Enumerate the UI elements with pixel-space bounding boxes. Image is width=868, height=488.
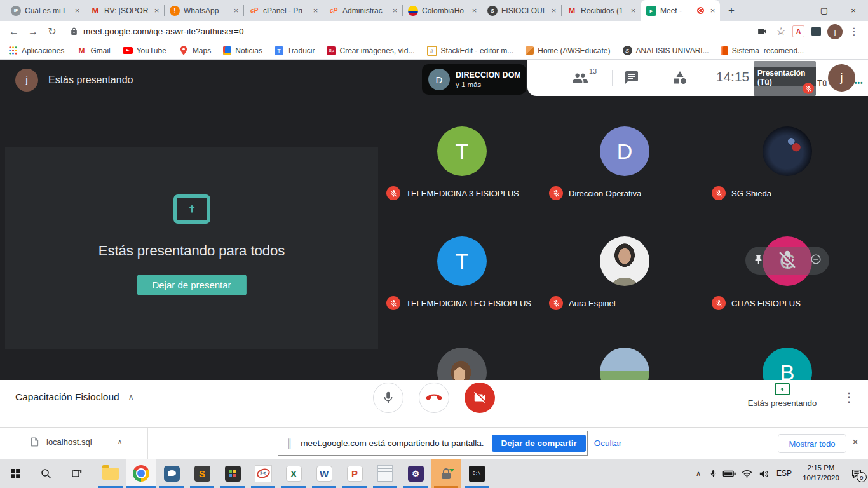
- hang-up-button[interactable]: [419, 383, 449, 413]
- bookmark-gmail[interactable]: M Gmail: [76, 46, 110, 56]
- language-indicator[interactable]: ESP: [773, 459, 796, 488]
- tab-close-icon[interactable]: ×: [390, 6, 400, 15]
- snipping-tool-taskbar-icon[interactable]: ✂: [248, 459, 278, 488]
- file-explorer-taskbar-icon[interactable]: [95, 459, 126, 488]
- forward-button[interactable]: →: [25, 26, 41, 37]
- mic-button[interactable]: [373, 383, 403, 413]
- stop-sharing-button[interactable]: Dejar de compartir: [492, 435, 585, 452]
- tab-cpanel[interactable]: cP cPanel - Pri ×: [243, 0, 323, 21]
- filezilla-taskbar-icon[interactable]: [431, 459, 461, 488]
- bookmark-noticias[interactable]: Noticias: [223, 46, 262, 55]
- tab-close-icon[interactable]: ×: [72, 6, 82, 15]
- tab-recibidos[interactable]: M Recibidos (1 ×: [561, 0, 641, 21]
- tab-close-icon[interactable]: ×: [628, 6, 638, 15]
- word-taskbar-icon[interactable]: W: [309, 459, 339, 488]
- presentation-thumbnail[interactable]: Presentación (Tú): [754, 61, 816, 96]
- self-avatar[interactable]: j: [828, 64, 855, 92]
- reload-button[interactable]: ↻: [44, 25, 60, 37]
- youtube-icon: [123, 47, 133, 54]
- tray-volume-icon[interactable]: [755, 459, 773, 488]
- tab-close-icon[interactable]: ×: [152, 6, 161, 15]
- tab-close-icon[interactable]: ×: [311, 6, 320, 15]
- tray-mic-icon[interactable]: [705, 459, 721, 488]
- excel-taskbar-icon[interactable]: X: [278, 459, 309, 488]
- tab-fisiocloud[interactable]: S FISIOCLOUD ×: [482, 0, 561, 21]
- tab-camera-indicator-icon[interactable]: [754, 24, 770, 39]
- meeting-clock: 14:15: [710, 69, 755, 85]
- cmd-taskbar-icon[interactable]: C:\: [461, 459, 492, 488]
- restore-button[interactable]: ▢: [810, 0, 839, 21]
- presenting-message: Estás presentando para todos: [5, 243, 378, 259]
- tab-administrac[interactable]: cP Administrac ×: [323, 0, 402, 21]
- divider: [658, 70, 658, 86]
- tab-close-icon[interactable]: ×: [231, 6, 241, 15]
- minimize-button[interactable]: –: [780, 0, 810, 21]
- bookmark-stackedit[interactable]: # StackEdit - editor m...: [427, 46, 514, 56]
- download-menu-chevron-icon[interactable]: ∧: [118, 438, 123, 446]
- bookmark-maps[interactable]: Maps: [179, 46, 211, 56]
- tab-close-icon[interactable]: ×: [549, 6, 559, 15]
- bookmark-traducir[interactable]: T Traducir: [275, 46, 315, 55]
- divider: [703, 70, 703, 86]
- bookmark-analisis[interactable]: S ANALISIS UNIVARI...: [623, 46, 709, 55]
- sublime-taskbar-icon[interactable]: S: [187, 459, 217, 488]
- back-button[interactable]: ←: [6, 26, 22, 37]
- address-bar[interactable]: meet.google.com/iqe-aswr-ife?authuser=0: [64, 27, 750, 36]
- activities-button[interactable]: [672, 70, 688, 88]
- tab-rv-sopor[interactable]: M RV: [SOPOR ×: [85, 0, 164, 21]
- task-view-button[interactable]: [61, 459, 92, 488]
- scissors-icon: ✂: [255, 465, 272, 482]
- tray-wifi-icon[interactable]: [738, 459, 755, 488]
- tray-battery-icon[interactable]: [721, 459, 738, 488]
- pdf-extension-icon[interactable]: A: [792, 25, 804, 37]
- powerpoint-taskbar-icon[interactable]: P: [339, 459, 370, 488]
- remove-participant-icon[interactable]: [810, 254, 822, 268]
- bookmark-youtube[interactable]: YouTube: [123, 46, 166, 55]
- tab-label: RV: [SOPOR: [104, 6, 148, 15]
- extension-icon[interactable]: [808, 24, 824, 39]
- tab-close-icon[interactable]: ×: [708, 6, 717, 15]
- new-tab-button[interactable]: +: [722, 2, 740, 20]
- participants-button[interactable]: [572, 70, 588, 89]
- tab-cual-es-mi-ip[interactable]: IP Cuál es mi I ×: [5, 0, 85, 21]
- search-button[interactable]: [31, 459, 61, 488]
- meet-favicon: ▸: [646, 6, 656, 16]
- show-all-downloads-button[interactable]: Mostrar todo: [778, 434, 846, 453]
- clock[interactable]: 2:15 PM 10/17/2020: [796, 459, 846, 488]
- divider: [147, 428, 148, 459]
- chrome-taskbar-icon[interactable]: [126, 459, 156, 488]
- tab-label: ColombiaHo: [422, 6, 466, 15]
- mute-participant-icon[interactable]: [776, 249, 798, 273]
- action-center-icon[interactable]: 9: [846, 459, 867, 488]
- mobaxterm-taskbar-icon[interactable]: [217, 459, 248, 488]
- bookmark-star-icon[interactable]: ☆: [773, 24, 789, 39]
- tray-expand-icon[interactable]: ∧: [691, 459, 705, 488]
- chat-button[interactable]: [624, 70, 639, 88]
- eclipse-taskbar-icon[interactable]: ⚙: [400, 459, 431, 488]
- bookmark-sistema[interactable]: Sistema_recomend...: [721, 46, 804, 55]
- hide-banner-link[interactable]: Ocultar: [594, 438, 622, 448]
- tab-colombia[interactable]: ColombiaHo ×: [402, 0, 482, 21]
- browser-menu-icon[interactable]: ⋮: [846, 24, 862, 39]
- pgadmin-taskbar-icon[interactable]: [156, 459, 187, 488]
- tab-meet-active[interactable]: ▸ Meet - ×: [641, 0, 720, 21]
- notepad-taskbar-icon[interactable]: [370, 459, 400, 488]
- camera-off-button[interactable]: [465, 383, 495, 413]
- bookmark-aplicaciones[interactable]: Aplicaciones: [8, 46, 64, 56]
- start-button[interactable]: [0, 459, 31, 488]
- presenting-status[interactable]: Estás presentando: [735, 383, 830, 408]
- tab-whatsapp[interactable]: ! WhatsApp ×: [164, 0, 243, 21]
- close-shelf-icon[interactable]: ×: [852, 436, 858, 449]
- bookmark-spark[interactable]: Sp Crear imágenes, víd...: [327, 46, 414, 55]
- close-window-button[interactable]: ×: [839, 0, 868, 21]
- pinned-participant-pill[interactable]: D DIRECCION DOMICI... y 1 más: [422, 64, 526, 95]
- pin-participant-icon[interactable]: [753, 254, 764, 268]
- stop-presenting-button[interactable]: Dejar de presentar: [137, 274, 246, 295]
- download-item[interactable]: localhost.sql ∧: [29, 437, 123, 447]
- tab-close-icon[interactable]: ×: [470, 6, 479, 15]
- profile-avatar[interactable]: j: [827, 24, 843, 39]
- meeting-name[interactable]: Capacitación Fisiocloud ∧: [15, 391, 134, 403]
- more-options-icon[interactable]: ⋮: [843, 390, 855, 405]
- bookmark-awseducate[interactable]: Home (AWSEducate): [526, 46, 610, 55]
- self-tile-menu-icon[interactable]: •••: [855, 79, 864, 86]
